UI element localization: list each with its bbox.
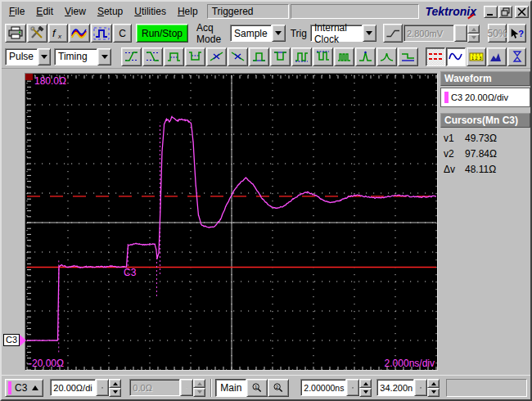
- measure-rise-time-button[interactable]: [121, 47, 142, 66]
- histogram-icon: [489, 51, 504, 62]
- menu-utilities[interactable]: Utilities: [128, 3, 172, 20]
- menu-setup[interactable]: Setup: [92, 3, 128, 20]
- divider: [210, 379, 212, 397]
- neg-duty-icon: [316, 51, 331, 62]
- mask-toggle-button[interactable]: [507, 47, 526, 66]
- restore-button[interactable]: [498, 6, 512, 18]
- measure-neg-width-button[interactable]: [185, 47, 205, 66]
- combo-arrow-icon[interactable]: [38, 48, 51, 65]
- measure-subcategory-select[interactable]: Timing: [54, 48, 111, 65]
- pulse-select-button[interactable]: [91, 24, 112, 43]
- function-button[interactable]: fx: [48, 24, 68, 43]
- spin-down-icon[interactable]: [359, 388, 372, 397]
- waveform-header: Waveform: [440, 71, 530, 86]
- measure-pos-duty-button[interactable]: [291, 47, 312, 66]
- vertical-scale-value[interactable]: 20.00Ω/di: [50, 379, 96, 396]
- spin-up-icon[interactable]: [359, 379, 372, 388]
- bottom-status-panel: [446, 379, 527, 397]
- oscilloscope-app-window: FileEditViewSetupUtilitiesHelp Triggered…: [0, 0, 532, 401]
- print-button[interactable]: [5, 24, 26, 43]
- cursors-toggle-button[interactable]: [426, 47, 445, 66]
- waveforms-button[interactable]: [69, 24, 90, 43]
- timebase-main-button[interactable]: Main: [215, 379, 246, 397]
- pos-width-icon: [167, 51, 182, 62]
- combo-arrow-icon[interactable]: [363, 25, 376, 42]
- minimize-button[interactable]: [484, 6, 498, 18]
- run-stop-button[interactable]: Run/Stop: [136, 24, 188, 43]
- spin-down-icon[interactable]: [193, 388, 205, 397]
- rise-cross-icon: [210, 51, 224, 62]
- keypad-button[interactable]: [454, 25, 467, 42]
- measure-pos-pulse-button[interactable]: [249, 47, 269, 66]
- keypad-button[interactable]: [96, 379, 109, 396]
- measure-fall-time-button[interactable]: [142, 47, 163, 66]
- spin-up-icon[interactable]: [427, 379, 440, 388]
- acq-mode-select[interactable]: Sample: [230, 25, 286, 42]
- tools-button[interactable]: [27, 24, 47, 43]
- menu-help[interactable]: Help: [172, 3, 204, 20]
- measure-pos-peak-button[interactable]: [355, 47, 376, 66]
- combo-arrow-icon[interactable]: [97, 48, 111, 65]
- up-triangle-icon: [32, 382, 38, 390]
- spin-down-icon[interactable]: [467, 34, 480, 43]
- measure-pos-width-button[interactable]: [164, 47, 184, 66]
- measure-neg-duty-button[interactable]: [313, 47, 333, 66]
- measure-rise-cross-button[interactable]: [206, 47, 227, 66]
- vertical-bottom-label: -20.00Ω: [29, 358, 64, 369]
- svg-text:1: 1: [255, 385, 258, 390]
- menu-view[interactable]: View: [59, 3, 92, 20]
- close-icon: [517, 7, 526, 16]
- mag1-button[interactable]: 1: [246, 379, 268, 397]
- spin-down-icon[interactable]: [427, 388, 440, 397]
- readout-Δv: Δv48.11Ω: [440, 161, 530, 177]
- channel-c3-marker[interactable]: C3: [3, 334, 32, 346]
- measure-fall-cross-button[interactable]: [228, 47, 248, 66]
- fall-cross-icon: [231, 51, 246, 62]
- menu-file[interactable]: File: [3, 3, 30, 20]
- measure-bell-peak-button[interactable]: [376, 47, 397, 66]
- measure-category-select[interactable]: Pulse: [5, 48, 51, 65]
- waveform-plot[interactable]: 180.0Ω-20.00Ω2.000ns/divC3: [25, 73, 438, 371]
- trig-slope-button[interactable]: [383, 24, 403, 43]
- keypad-button[interactable]: [180, 379, 193, 396]
- display-area: 180.0Ω-20.00Ω2.000ns/divC3 C3 Waveform C…: [2, 69, 530, 375]
- keypad-icon: [420, 384, 422, 392]
- view-toggle-buttons: 1 2 3: [426, 47, 527, 66]
- horizontal-delay-spinner: 34.200n: [376, 379, 440, 396]
- context-help-button[interactable]: ?: [507, 24, 526, 43]
- spin-arrows: [467, 25, 480, 42]
- measure-neg-pulse-button[interactable]: [270, 47, 291, 66]
- waveform-view-toggle-button[interactable]: [446, 47, 466, 66]
- tools-icon: [29, 26, 45, 40]
- trig-source-select[interactable]: Internal Clock: [310, 25, 376, 42]
- keypad-button[interactable]: [414, 379, 427, 396]
- combo-arrow-icon[interactable]: [272, 25, 286, 42]
- waveform-list-entry[interactable]: C3 20.00Ω/div: [441, 88, 530, 106]
- spin-up-icon[interactable]: [109, 379, 121, 388]
- set-level-50-button[interactable]: 50%: [488, 24, 507, 43]
- trace-c3-label: C3: [124, 267, 137, 278]
- spin-up-icon[interactable]: [193, 379, 205, 388]
- readout-panel: Waveform C3 20.00Ω/div Cursors(Mn C3) v1…: [440, 71, 530, 375]
- pos-duty-icon: [295, 51, 309, 62]
- measure-burst-button[interactable]: [334, 47, 354, 66]
- mag2-button[interactable]: 2: [268, 379, 289, 397]
- clear-button[interactable]: C: [113, 24, 132, 43]
- keypad-icon: [101, 384, 103, 392]
- close-button[interactable]: [515, 6, 529, 18]
- keypad-button[interactable]: [346, 379, 359, 396]
- channel-select-button[interactable]: C3: [5, 379, 43, 397]
- svg-text:f: f: [52, 27, 56, 39]
- measure-toggle-button[interactable]: 1 2 3: [467, 47, 486, 66]
- menu-edit[interactable]: Edit: [30, 3, 59, 20]
- horizontal-delay-value[interactable]: 34.200n: [376, 379, 414, 396]
- spin-down-icon[interactable]: [109, 388, 121, 397]
- measure-settle-time-button[interactable]: [398, 47, 418, 66]
- keypad-icon: [186, 384, 187, 392]
- horizontal-scale-value[interactable]: 2.00000ns: [300, 379, 346, 396]
- histogram-toggle-button[interactable]: [487, 47, 507, 66]
- svg-text:2: 2: [276, 385, 279, 390]
- spin-up-icon[interactable]: [467, 25, 480, 34]
- settle-time-icon: [401, 51, 416, 62]
- cursors-header: Cursors(Mn C3): [440, 113, 530, 128]
